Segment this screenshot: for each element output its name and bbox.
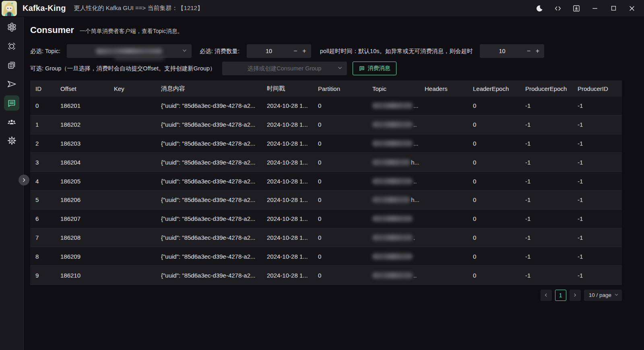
cell-headers	[419, 115, 468, 134]
table-row[interactable]: 3186204{"uuid": "85d6a3ec-d39e-4278-a2..…	[30, 153, 622, 172]
censored-topic-value	[96, 48, 162, 54]
qty-input[interactable]: 10 − +	[247, 44, 311, 58]
group-select[interactable]: 选择或创建Consumer Group	[222, 62, 347, 75]
table-row[interactable]: 1186202{"uuid": "85d6a3ec-d39e-4278-a2..…	[30, 115, 622, 134]
cell-producer-epoch: -1	[520, 247, 572, 266]
table-row[interactable]: 6186207{"uuid": "85d6a3ec-d39e-4278-a2..…	[30, 210, 622, 229]
sidebar-item-monitor[interactable]	[2, 37, 21, 56]
download-icon	[572, 4, 580, 12]
topic-ellipsis: ..	[413, 272, 417, 279]
cell-producer-epoch: -1	[520, 229, 572, 247]
cell-offset: 186204	[55, 153, 109, 171]
cell-id: 0	[30, 97, 55, 115]
cell-key	[109, 97, 156, 115]
cell-timestamp: 2024-10-28 1...	[262, 97, 313, 115]
cell-headers	[419, 210, 468, 228]
close-button[interactable]	[625, 2, 638, 14]
download-button[interactable]	[570, 2, 583, 14]
column-header: LeaderEpoch	[468, 80, 520, 97]
sidebar-item-groups[interactable]	[2, 112, 21, 131]
table-row[interactable]: 9186210{"uuid": "85d6a3ec-d39e-4278-a2..…	[30, 266, 622, 285]
cell-topic: ..	[367, 266, 419, 284]
table-row[interactable]: 4186205{"uuid": "85d6a3ec-d39e-4278-a2..…	[30, 172, 622, 191]
chevron-right-icon	[21, 177, 27, 183]
cell-partition: 0	[313, 210, 367, 228]
theme-toggle-button[interactable]	[533, 2, 546, 14]
cell-id: 6	[30, 210, 55, 228]
cell-leader-epoch: 0	[468, 153, 520, 171]
censored-topic-value	[372, 197, 410, 203]
censored-topic-value	[372, 121, 413, 128]
anime-avatar-icon	[2, 1, 17, 16]
topic-ellipsis: h...	[411, 196, 419, 203]
consume-messages-button[interactable]: 消费消息	[353, 62, 396, 75]
sidebar-item-producer[interactable]	[2, 74, 21, 93]
censored-topic-value	[372, 103, 413, 109]
cell-partition: 0	[313, 247, 367, 266]
chevron-right-icon	[573, 293, 577, 297]
cell-message: {"uuid": "85d6a3ec-d39e-4278-a2...	[156, 191, 262, 209]
cell-offset: 186202	[55, 115, 109, 134]
cell-producer-id: -1	[572, 229, 622, 247]
devtools-button[interactable]	[551, 2, 564, 14]
cell-producer-epoch: -1	[520, 172, 572, 190]
maximize-button[interactable]	[607, 2, 620, 14]
poll-timeout-input[interactable]: 10 − +	[480, 44, 544, 58]
sidebar-item-topics[interactable]	[2, 56, 21, 74]
chevron-down-icon	[337, 65, 343, 72]
table-row[interactable]: 5186206{"uuid": "85d6a3ec-d39e-4278-a2..…	[30, 191, 622, 210]
people-icon	[6, 117, 17, 127]
qty-minus-button[interactable]: −	[291, 47, 300, 55]
prev-page-button[interactable]	[541, 290, 552, 301]
cell-headers	[419, 172, 468, 190]
cell-topic	[367, 210, 419, 228]
cell-topic: .	[367, 229, 419, 247]
cell-key	[109, 134, 156, 153]
sidebar-expand-toggle[interactable]	[19, 175, 29, 185]
poll-minus-button[interactable]: −	[524, 47, 533, 55]
poll-plus-button[interactable]: +	[533, 47, 542, 55]
page-size-select[interactable]: 10 / page	[584, 290, 622, 301]
qty-plus-button[interactable]: +	[300, 47, 309, 55]
cell-producer-id: -1	[572, 247, 622, 266]
cell-leader-epoch: 0	[468, 247, 520, 266]
gear-icon	[7, 136, 17, 146]
censored-topic-value	[372, 159, 410, 165]
cell-headers	[419, 266, 468, 284]
table-body: 0186201{"uuid": "85d6a3ec-d39e-4278-a2..…	[30, 97, 622, 285]
topic-ellipsis: ...	[413, 140, 419, 147]
consumer-form-row-1: 必选: Topic: 必选: 消费数量: 10 − + poll超时时间：默认1…	[30, 44, 638, 58]
cell-topic	[367, 247, 419, 266]
window-controls	[533, 2, 644, 14]
topic-select[interactable]	[67, 44, 192, 58]
cell-partition: 0	[313, 266, 367, 284]
minimize-button[interactable]	[588, 2, 601, 14]
cell-producer-epoch: -1	[520, 153, 572, 171]
cell-offset: 186210	[55, 266, 109, 284]
topic-ellipsis: ...	[413, 102, 419, 109]
titlebar: Kafka-King 更人性化的 Kafka GUI ==> 当前集群：【121…	[0, 0, 644, 17]
page-title: Consumer	[30, 25, 74, 35]
cell-leader-epoch: 0	[468, 172, 520, 190]
cell-message: {"uuid": "85d6a3ec-d39e-4278-a2...	[156, 97, 262, 115]
current-page-button[interactable]: 1	[555, 290, 566, 301]
cell-headers	[419, 134, 468, 153]
cell-offset: 186203	[55, 134, 109, 153]
scan-icon	[7, 41, 17, 51]
cell-timestamp: 2024-10-28 1...	[262, 229, 313, 247]
next-page-button[interactable]	[570, 290, 581, 301]
table-row[interactable]: 2186203{"uuid": "85d6a3ec-d39e-4278-a2..…	[30, 134, 622, 153]
cell-leader-epoch: 0	[468, 210, 520, 228]
cell-timestamp: 2024-10-28 1...	[262, 266, 313, 284]
table-row[interactable]: 7186208{"uuid": "85d6a3ec-d39e-4278-a2..…	[30, 229, 622, 247]
table-row[interactable]: 0186201{"uuid": "85d6a3ec-d39e-4278-a2..…	[30, 97, 622, 115]
sidebar-item-cluster[interactable]	[2, 18, 21, 37]
cell-topic: ...	[367, 97, 419, 115]
sidebar-item-consumer[interactable]	[2, 93, 21, 112]
sidebar-item-settings[interactable]	[2, 131, 21, 150]
cell-producer-epoch: -1	[520, 191, 572, 209]
page-header: Consumer 一个简单消费者客户端，查看Topic消息。	[30, 25, 638, 35]
cell-producer-epoch: -1	[520, 115, 572, 134]
table-row[interactable]: 8186209{"uuid": "85d6a3ec-d39e-4278-a2..…	[30, 247, 622, 266]
column-header: ProducerEpoch	[520, 80, 572, 97]
